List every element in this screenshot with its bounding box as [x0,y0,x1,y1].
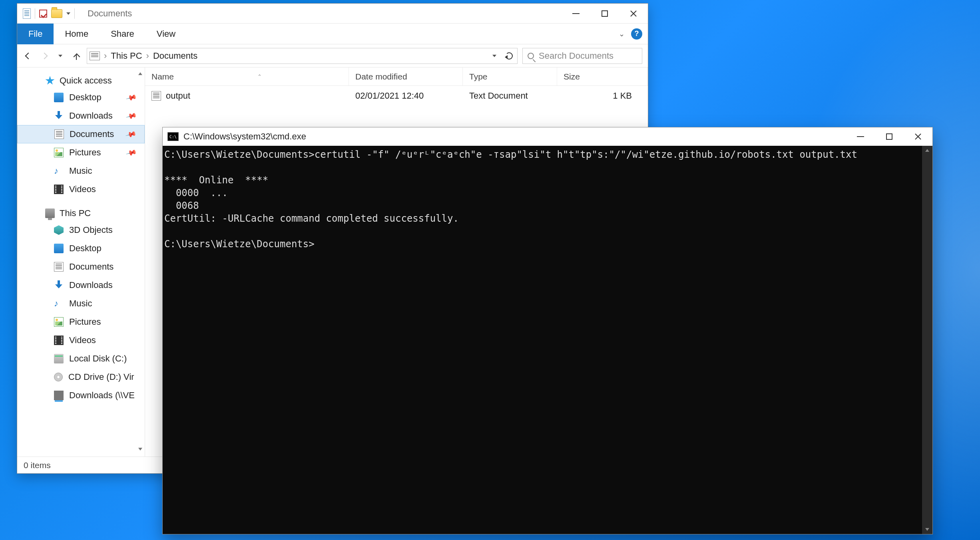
sidebar-item-documents[interactable]: Documents [17,258,145,276]
cmd-window: C:\ C:\Windows\system32\cmd.exe C:\Users… [162,127,933,534]
column-date[interactable]: Date modified [349,68,463,85]
sidebar-item-downloads[interactable]: Downloads📌 [17,107,145,125]
file-row[interactable]: output02/01/2021 12:40Text Document1 KB [145,86,648,106]
cmd-minimize-button[interactable] [846,127,875,146]
ribbon-tab-view[interactable]: View [145,24,187,44]
sidebar-item-label: Pictures [69,317,101,327]
sidebar-item-label: Music [69,298,92,309]
sidebar-item-3d-objects[interactable]: 3D Objects [17,221,145,239]
ribbon-tab-share[interactable]: Share [100,24,145,44]
sidebar-item-videos[interactable]: Videos [17,331,145,349]
nav-back-button[interactable] [23,50,34,62]
sidebar-item-music[interactable]: ♪Music [17,294,145,313]
chevron-right-icon: › [104,51,107,61]
sidebar-item-label: Music [69,166,92,176]
ribbon: File Home Share View ⌄ ? [17,24,648,44]
3d-icon [54,225,64,235]
titlebar[interactable]: Documents [17,4,648,24]
sidebar-item-pictures[interactable]: Pictures📌 [17,143,145,162]
net-icon [54,391,64,400]
ribbon-collapse-icon[interactable]: ⌄ [612,30,631,38]
breadcrumb-this-pc[interactable]: This PC [111,51,142,61]
qat-properties-icon[interactable] [23,8,31,19]
location-icon [90,52,100,60]
sidebar-item-downloads-ve[interactable]: Downloads (\\VE [17,386,145,405]
cmd-close-button[interactable] [904,127,932,146]
nav-recent-button[interactable] [55,50,66,62]
text-file-icon [151,91,161,101]
minimize-icon [857,136,864,137]
address-history-icon[interactable] [492,55,496,57]
close-button[interactable] [619,4,648,23]
file-type: Text Document [463,91,557,101]
address-bar: › This PC › Documents Search Documents [17,44,648,68]
doc-icon [54,129,64,139]
address-input[interactable]: › This PC › Documents [87,48,518,64]
column-size[interactable]: Size [557,68,648,85]
qat-dropdown-icon[interactable] [66,12,70,15]
refresh-icon [506,52,513,60]
sidebar-item-label: Downloads [69,111,113,121]
sidebar-head-quick-access[interactable]: Quick access [17,73,145,88]
sidebar-scroll-up[interactable] [136,68,145,80]
cmd-terminal[interactable]: C:\Users\Wietze\Documents>certutil -"f" … [163,146,932,534]
video-icon [54,336,64,345]
sidebar-item-cd-drive-d-vir[interactable]: CD Drive (D:) Vir [17,368,145,386]
pic-icon [54,317,64,327]
sidebar-item-documents[interactable]: Documents📌 [17,125,145,143]
column-type-label: Type [469,72,488,81]
maximize-button[interactable] [590,4,619,23]
music-icon: ♪ [54,299,64,308]
column-name-label: Name [151,72,174,81]
refresh-button[interactable] [504,50,515,62]
minimize-button[interactable] [562,4,590,23]
qat-check-icon[interactable] [39,10,47,18]
ribbon-tab-home[interactable]: Home [54,24,100,44]
sidebar-item-label: Downloads [69,280,113,290]
doc-icon [54,262,64,272]
download-icon [54,111,64,121]
breadcrumb-documents[interactable]: Documents [153,51,197,61]
ribbon-file-tab[interactable]: File [17,24,54,44]
star-icon [45,76,55,85]
search-input[interactable]: Search Documents [522,48,642,64]
column-name[interactable]: Name ⌃ [145,68,349,85]
cmd-maximize-button[interactable] [875,127,904,146]
column-date-label: Date modified [355,72,407,81]
sidebar-item-label: Local Disk (C:) [69,353,127,364]
sidebar-item-label: Videos [69,335,96,345]
sidebar-item-desktop[interactable]: Desktop [17,239,145,258]
desktop-icon [54,93,64,102]
cd-icon [54,373,63,381]
sidebar-item-videos[interactable]: Videos [17,180,145,199]
search-placeholder: Search Documents [539,51,613,61]
pin-icon: 📌 [125,128,137,140]
qat-folder-icon[interactable] [51,9,62,18]
sidebar-item-label: Downloads (\\VE [69,390,135,401]
close-icon [630,10,637,17]
chevron-down-icon [58,55,62,57]
sidebar-item-downloads[interactable]: Downloads [17,276,145,294]
qat-separator [74,8,75,19]
sidebar-item-pictures[interactable]: Pictures [17,313,145,331]
sidebar-item-label: Documents [69,262,114,272]
cmd-output: C:\Users\Wietze\Documents>certutil -"f" … [164,148,931,250]
desktop-icon [54,244,64,253]
sidebar-scroll-down[interactable] [136,444,145,456]
column-headers: Name ⌃ Date modified Type Size [145,68,648,86]
sidebar-head-this-pc[interactable]: This PC [17,206,145,221]
cmd-scrollbar[interactable] [922,146,932,534]
nav-up-button[interactable] [71,50,82,62]
sidebar-item-label: CD Drive (D:) Vir [68,372,134,382]
pc-icon [45,208,55,218]
sidebar-item-music[interactable]: ♪Music [17,162,145,180]
column-type[interactable]: Type [463,68,557,85]
help-button[interactable]: ? [631,28,642,40]
sidebar-item-local-disk-c-[interactable]: Local Disk (C:) [17,349,145,368]
pic-icon [54,148,64,157]
pin-icon: 📌 [125,147,137,159]
nav-forward-button[interactable] [39,50,50,62]
cmd-titlebar[interactable]: C:\ C:\Windows\system32\cmd.exe [163,127,932,146]
sidebar-item-desktop[interactable]: Desktop📌 [17,88,145,107]
file-size: 1 KB [557,91,648,101]
